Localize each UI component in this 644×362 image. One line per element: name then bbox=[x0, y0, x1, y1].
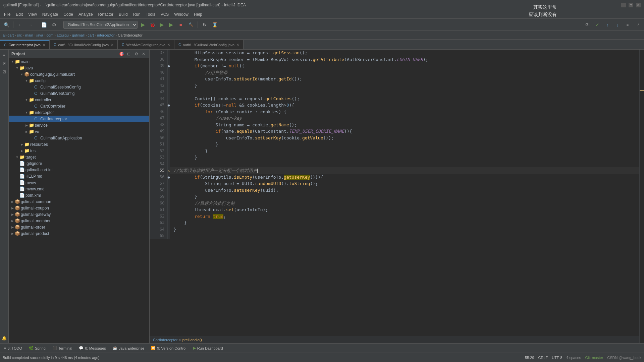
git-stash-icon[interactable]: ≡ bbox=[623, 20, 632, 29]
activity-structure-icon[interactable]: ⎘ bbox=[1, 60, 8, 67]
git-branch-icon[interactable]: ⑂ bbox=[633, 20, 642, 29]
menu-vcs[interactable]: VCS bbox=[158, 11, 172, 17]
code-breadcrumb-method[interactable]: preHandle() bbox=[182, 338, 202, 342]
menu-edit[interactable]: Edit bbox=[13, 11, 25, 17]
activity-todo-icon[interactable]: ☑ bbox=[1, 68, 8, 76]
run-config-dropdown[interactable]: GulimallTestSsoClient2Application bbox=[63, 21, 138, 29]
sidebar-settings-icon[interactable]: ⚙ bbox=[133, 51, 139, 57]
bottom-java-enterprise[interactable]: ☕ Java Enterprise bbox=[111, 345, 146, 351]
run-button[interactable]: ▶ bbox=[139, 21, 147, 29]
indent-setting[interactable]: 4 spaces bbox=[567, 356, 581, 360]
git-pull-icon[interactable]: ↓ bbox=[613, 20, 622, 29]
tree-item-cartinterceptor[interactable]: C CartInterceptor bbox=[9, 116, 149, 122]
menu-refactor[interactable]: Refactor bbox=[96, 11, 116, 17]
line-endings[interactable]: CRLF bbox=[538, 356, 548, 360]
git-checkmark-icon[interactable]: ✓ bbox=[593, 20, 602, 29]
tab-webmvcconfigurer[interactable]: C WebMvcConfigurer.java ✕ bbox=[118, 40, 174, 49]
tree-item-vo[interactable]: ▶ 📁 vo bbox=[9, 128, 149, 135]
breadcrumb-com[interactable]: com bbox=[46, 33, 53, 37]
tab-close-3[interactable]: ✕ bbox=[167, 43, 170, 47]
breadcrumb-cart[interactable]: cart bbox=[88, 33, 94, 37]
menu-view[interactable]: View bbox=[25, 11, 40, 17]
tree-item-interceptor[interactable]: ▼ 📁 interceptor bbox=[9, 109, 149, 116]
cursor-position[interactable]: 55:29 bbox=[525, 356, 534, 360]
tree-item-gulimallwebconfig[interactable]: C GulimallWebConfig bbox=[9, 90, 149, 97]
menu-file[interactable]: File bbox=[1, 11, 13, 17]
tree-item-gitignore[interactable]: 📄 .gitignore bbox=[9, 160, 149, 167]
toolbar-history-icon[interactable]: ⌛ bbox=[210, 20, 219, 29]
tree-item-gulimall-product[interactable]: ▶ 📦 gulimall-product bbox=[9, 230, 149, 237]
toolbar-back-icon[interactable]: ← bbox=[16, 20, 24, 29]
tree-item-target[interactable]: ▼ 📁 target bbox=[9, 154, 149, 160]
tree-item-test[interactable]: ▶ 📁 test bbox=[9, 147, 149, 154]
menu-run[interactable]: Run bbox=[130, 11, 143, 17]
tree-item-helpmd[interactable]: 📄 HELP.md bbox=[9, 173, 149, 179]
activity-notifications-icon[interactable]: 🔔 bbox=[1, 335, 8, 342]
bottom-version-control[interactable]: 🔀 9: Version Control bbox=[150, 345, 187, 351]
tree-item-controller[interactable]: ▼ 📁 controller bbox=[9, 97, 149, 103]
toolbar-forward-icon[interactable]: → bbox=[26, 20, 35, 29]
tree-item-pomxml[interactable]: 📄 pom.xml bbox=[9, 192, 149, 198]
tab-close-1[interactable]: ✕ bbox=[43, 43, 45, 47]
menu-code[interactable]: Code bbox=[61, 11, 76, 17]
menu-navigate[interactable]: Navigate bbox=[40, 11, 61, 17]
tab-close-4[interactable]: ✕ bbox=[236, 43, 239, 47]
toolbar-settings-icon[interactable]: ⚙ bbox=[50, 20, 58, 29]
close-button[interactable]: ✕ bbox=[636, 3, 641, 7]
menu-build[interactable]: Build bbox=[116, 11, 130, 17]
breadcrumb-interceptor[interactable]: interceptor bbox=[97, 33, 115, 37]
tree-item-iml[interactable]: 📄 gulimall-cart.iml bbox=[9, 167, 149, 173]
tree-item-gulimall-coupon[interactable]: ▶ 📦 gulimall-coupon bbox=[9, 205, 149, 211]
tree-item-resources[interactable]: ▶ 📁 resources bbox=[9, 141, 149, 147]
tree-item-gulimallcartapp[interactable]: C GulimallCartApplication bbox=[9, 135, 149, 141]
bottom-todo[interactable]: ≡ 6: TODO bbox=[3, 346, 23, 351]
build-button[interactable]: 🔨 bbox=[186, 20, 195, 29]
profile-button[interactable]: ▶ bbox=[167, 21, 175, 29]
bottom-run-dashboard[interactable]: ▶ Run Dashboard bbox=[192, 345, 224, 351]
toolbar-update-icon[interactable]: ↻ bbox=[200, 20, 209, 29]
breadcrumb-src[interactable]: src bbox=[17, 33, 22, 37]
sidebar-close-icon[interactable]: ✕ bbox=[141, 51, 147, 57]
maximize-button[interactable]: □ bbox=[629, 3, 633, 7]
bottom-terminal[interactable]: ⬛ Terminal bbox=[51, 345, 74, 351]
menu-help[interactable]: Help bbox=[191, 11, 205, 17]
tab-gulimallwebconfig2[interactable]: C auth\...\GulimallWebConfig.java ✕ bbox=[174, 40, 244, 49]
tree-item-mvnw[interactable]: 📄 mvnw bbox=[9, 179, 149, 186]
debug-button[interactable]: 🐞 bbox=[148, 21, 156, 29]
tree-item-cartcontroller[interactable]: C CartController bbox=[9, 103, 149, 109]
sidebar-locate-icon[interactable]: 🎯 bbox=[118, 51, 124, 57]
tree-item-gulimallsessionconfig[interactable]: C GulimallSessionConfig bbox=[9, 84, 149, 90]
menu-window[interactable]: Window bbox=[171, 11, 191, 17]
breadcrumb-atguigu[interactable]: atguigu bbox=[57, 33, 69, 37]
coverage-button[interactable]: ▶ bbox=[158, 21, 166, 29]
tree-item-main[interactable]: ▼ 📁 main bbox=[9, 58, 149, 65]
toolbar-search-icon[interactable]: 🔍 bbox=[2, 20, 11, 29]
toolbar-file-icon[interactable]: 📄 bbox=[40, 20, 48, 29]
menu-analyze[interactable]: Analyze bbox=[76, 11, 96, 17]
bottom-spring[interactable]: 🌿 Spring bbox=[28, 345, 47, 351]
sidebar-collapse-icon[interactable]: ⊟ bbox=[126, 51, 132, 57]
breadcrumb-main[interactable]: main bbox=[25, 33, 33, 37]
git-push-icon[interactable]: ↑ bbox=[603, 20, 612, 29]
tab-gulimallwebconfig1[interactable]: C cart\...\GulimallWebConfig.java ✕ bbox=[50, 40, 118, 49]
tab-cartinterceptor[interactable]: C CartInterceptor.java ✕ bbox=[0, 40, 50, 49]
breadcrumb-cartinterceptor[interactable]: CartInterceptor bbox=[118, 33, 142, 37]
breadcrumb-java[interactable]: java bbox=[37, 33, 43, 37]
code-breadcrumb-class[interactable]: CartInterceptor bbox=[153, 338, 177, 342]
code-editor[interactable]: 37 HttpSession session = request.getSess… bbox=[150, 50, 639, 336]
stop-button[interactable]: ■ bbox=[176, 20, 185, 29]
activity-project-icon[interactable]: ≡ bbox=[1, 51, 8, 58]
tree-item-service[interactable]: ▶ 📁 service bbox=[9, 122, 149, 128]
tree-item-gulimall-order[interactable]: ▶ 📦 gulimall-order bbox=[9, 224, 149, 230]
window-controls[interactable]: ─ □ ✕ bbox=[621, 3, 641, 7]
tab-close-2[interactable]: ✕ bbox=[111, 43, 113, 47]
breadcrumb-all-cart[interactable]: all-cart bbox=[3, 33, 14, 37]
tree-item-config[interactable]: ▼ 📁 config bbox=[9, 77, 149, 84]
tree-item-package[interactable]: ▼ 📦 com.atguigu.gulimall.cart bbox=[9, 71, 149, 77]
vcs-branch[interactable]: Git: master bbox=[585, 356, 603, 360]
file-charset[interactable]: UTF-8 bbox=[552, 356, 562, 360]
minimize-button[interactable]: ─ bbox=[621, 3, 626, 7]
tree-item-java[interactable]: ▼ 📁 java bbox=[9, 65, 149, 71]
tree-item-gulimall-common[interactable]: ▶ 📦 gulimall-common bbox=[9, 198, 149, 205]
tree-item-gulimall-member[interactable]: ▶ 📦 gulimall-member bbox=[9, 218, 149, 224]
